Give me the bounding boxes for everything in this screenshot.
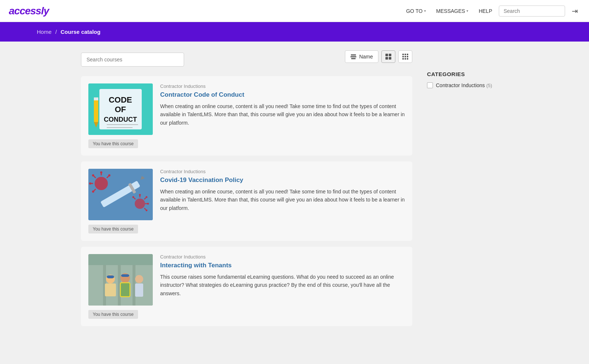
svg-rect-4 (94, 97, 98, 100)
svg-rect-49 (135, 283, 143, 297)
course-thumbnail (88, 169, 153, 220)
course-title[interactable]: Covid-19 Vaccination Policy (160, 176, 405, 184)
svg-point-16 (100, 171, 102, 174)
course-left: You have this course (88, 254, 153, 319)
course-card: CODE OF CONDUCT You have this course Con… (81, 76, 412, 156)
category-checkbox[interactable] (427, 82, 433, 88)
course-description: When creating an online course, content … (160, 188, 405, 212)
messages-nav[interactable]: MESSAGES ▾ (433, 6, 472, 16)
goto-label: GO TO (406, 8, 423, 14)
sort-button[interactable]: Name (345, 50, 378, 63)
svg-point-25 (135, 199, 145, 209)
svg-point-14 (95, 177, 108, 190)
header-nav: GO TO ▾ MESSAGES ▾ HELP ⇥ (402, 4, 580, 18)
svg-rect-40 (133, 265, 135, 306)
right-sidebar: CATEGORIES Contractor Inductions (5) (427, 50, 508, 332)
category-item: Contractor Inductions (5) (427, 82, 508, 88)
svg-rect-42 (107, 275, 114, 278)
grid-view-icon (402, 54, 408, 60)
header: accessly GO TO ▾ MESSAGES ▾ HELP ⇥ (0, 0, 589, 22)
course-left: CODE OF CONDUCT You have this course (88, 83, 153, 148)
svg-rect-47 (121, 274, 129, 277)
messages-label: MESSAGES (436, 8, 465, 14)
svg-rect-43 (105, 283, 116, 296)
you-have-badge: You have this course (88, 225, 138, 233)
main-content: Name (52, 42, 537, 341)
svg-rect-2 (94, 98, 98, 122)
categories-title: CATEGORIES (427, 71, 508, 77)
sort-icon (350, 54, 356, 59)
course-thumbnail: CODE OF CONDUCT (88, 83, 153, 135)
breadcrumb-home[interactable]: Home (37, 29, 52, 35)
logo: accessly (9, 5, 49, 17)
help-label: HELP (479, 8, 492, 14)
course-info: Contractor Inductions Covid-19 Vaccinati… (160, 169, 405, 212)
left-column: Name (81, 50, 412, 332)
svg-text:CONDUCT: CONDUCT (104, 116, 137, 123)
messages-chevron-icon: ▾ (466, 9, 468, 13)
course-title[interactable]: Interacting with Tenants (160, 262, 405, 269)
controls-row: Name (81, 50, 412, 69)
course-category: Contractor Inductions (160, 254, 405, 260)
svg-point-48 (135, 275, 143, 283)
goto-nav[interactable]: GO TO ▾ (402, 6, 430, 16)
svg-point-18 (108, 174, 110, 176)
breadcrumb-banner: Home / Course catalog (0, 22, 589, 42)
list-view-button[interactable] (381, 50, 395, 63)
you-have-badge: You have this course (88, 139, 138, 148)
svg-rect-45 (120, 283, 130, 297)
svg-point-35 (146, 210, 148, 211)
course-title[interactable]: Contractor Code of Conduct (160, 91, 405, 99)
course-info: Contractor Inductions Contractor Code of… (160, 83, 405, 127)
course-thumbnail (88, 254, 153, 306)
logout-icon[interactable]: ⇥ (569, 4, 580, 18)
course-card: You have this course Contractor Inductio… (81, 247, 412, 326)
course-info: Contractor Inductions Interacting with T… (160, 254, 405, 297)
help-nav[interactable]: HELP (475, 6, 496, 16)
view-controls: Name (345, 50, 412, 63)
course-left: You have this course (88, 169, 153, 233)
svg-point-33 (147, 203, 149, 205)
svg-text:CODE: CODE (109, 95, 132, 104)
category-label: Contractor Inductions (5) (436, 82, 492, 88)
svg-point-20 (92, 174, 94, 176)
category-count: (5) (486, 83, 492, 88)
svg-text:OF: OF (115, 105, 126, 114)
you-have-badge: You have this course (88, 310, 138, 319)
svg-point-31 (133, 196, 134, 198)
grid-view-button[interactable] (398, 50, 412, 63)
course-description: When creating an online course, content … (160, 102, 405, 127)
svg-point-24 (92, 190, 94, 193)
search-courses-input[interactable] (81, 53, 184, 67)
breadcrumb-separator: / (55, 29, 57, 35)
course-description: This course raises some fundamental eLea… (160, 273, 405, 297)
sort-label: Name (359, 54, 373, 60)
svg-point-27 (139, 194, 141, 196)
header-search-input[interactable] (499, 6, 565, 17)
course-card: You have this course Contractor Inductio… (81, 161, 412, 241)
svg-point-29 (146, 196, 148, 198)
course-category: Contractor Inductions (160, 169, 405, 174)
breadcrumb-current: Course catalog (61, 29, 100, 35)
svg-point-22 (89, 182, 91, 185)
course-category: Contractor Inductions (160, 83, 405, 89)
goto-chevron-icon: ▾ (424, 9, 426, 13)
list-view-icon (385, 54, 391, 60)
